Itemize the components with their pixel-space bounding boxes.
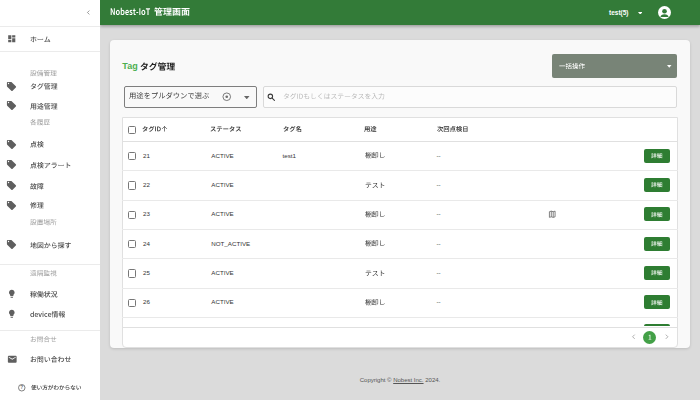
svg-text:?: ? [21,386,24,391]
